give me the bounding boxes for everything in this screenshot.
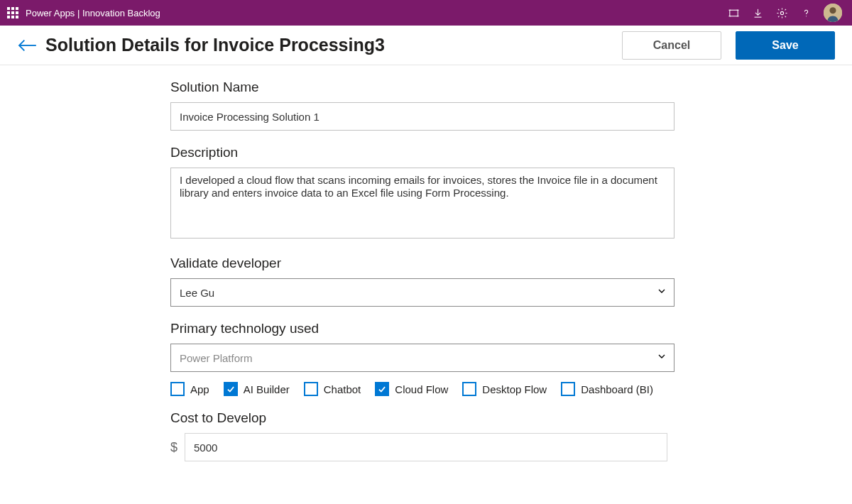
validate-developer-select[interactable]: Lee Gu — [170, 278, 674, 307]
svg-point-10 — [829, 7, 836, 13]
topbar-title: Power Apps | Innovation Backlog — [26, 8, 160, 18]
checkbox-label: App — [190, 383, 209, 395]
primary-technology-select[interactable]: Power Platform — [170, 344, 674, 372]
validate-developer-label: Validate developer — [170, 256, 674, 271]
cost-label: Cost to Develop — [170, 410, 674, 426]
back-button[interactable] — [14, 33, 40, 58]
checkbox-cloud-flow[interactable]: Cloud Flow — [375, 382, 448, 396]
avatar[interactable] — [824, 4, 842, 22]
frame-icon[interactable] — [727, 6, 740, 19]
checkbox-ai-builder[interactable]: AI Builder — [224, 382, 290, 396]
page-header: Solution Details for Invoice Processing3… — [0, 26, 852, 65]
field-description: Description I developed a cloud flow tha… — [170, 145, 674, 241]
page-title: Solution Details for Invoice Processing3 — [45, 35, 385, 55]
checkbox-label: Desktop Flow — [482, 383, 547, 395]
description-label: Description — [170, 145, 674, 160]
help-icon[interactable] — [799, 6, 812, 19]
checkbox-dashboard-bi-[interactable]: Dashboard (BI) — [561, 382, 653, 396]
validate-developer-value: Lee Gu — [180, 287, 214, 299]
currency-symbol: $ — [170, 440, 178, 455]
topbar-actions — [727, 4, 842, 22]
svg-rect-0 — [729, 10, 737, 16]
cancel-button[interactable]: Cancel — [622, 31, 721, 60]
field-cost: Cost to Develop $ — [170, 410, 674, 461]
technology-checkboxes: AppAI BuilderChatbotCloud FlowDesktop Fl… — [170, 382, 674, 396]
gear-icon[interactable] — [775, 6, 788, 19]
solution-name-input[interactable] — [170, 102, 674, 131]
checkbox-box — [224, 382, 238, 396]
field-solution-name: Solution Name — [170, 80, 674, 131]
topbar: Power Apps | Innovation Backlog — [0, 0, 852, 26]
primary-technology-label: Primary technology used — [170, 321, 674, 336]
checkbox-box — [462, 382, 476, 396]
checkbox-label: Chatbot — [324, 383, 361, 395]
checkbox-box — [375, 382, 389, 396]
checkbox-box — [170, 382, 185, 396]
solution-name-label: Solution Name — [170, 80, 674, 95]
checkbox-app[interactable]: App — [170, 382, 209, 396]
checkbox-label: Dashboard (BI) — [581, 383, 653, 395]
svg-point-7 — [780, 11, 783, 14]
checkbox-label: Cloud Flow — [395, 383, 448, 395]
cost-input[interactable] — [185, 433, 667, 461]
primary-technology-value: Power Platform — [180, 352, 253, 364]
save-button[interactable]: Save — [736, 31, 835, 60]
form: Solution Name Description I developed a … — [0, 65, 682, 461]
download-icon[interactable] — [751, 6, 764, 19]
checkbox-chatbot[interactable]: Chatbot — [304, 382, 361, 396]
svg-point-8 — [805, 16, 806, 16]
app-launcher-icon[interactable] — [6, 6, 20, 20]
field-validate-developer: Validate developer Lee Gu — [170, 256, 674, 307]
checkbox-desktop-flow[interactable]: Desktop Flow — [462, 382, 547, 396]
checkbox-box — [304, 382, 318, 396]
checkbox-label: AI Builder — [244, 383, 290, 395]
field-primary-technology: Primary technology used Power Platform A… — [170, 321, 674, 396]
description-input[interactable]: I developed a cloud flow that scans inco… — [170, 168, 674, 239]
checkbox-box — [561, 382, 575, 396]
